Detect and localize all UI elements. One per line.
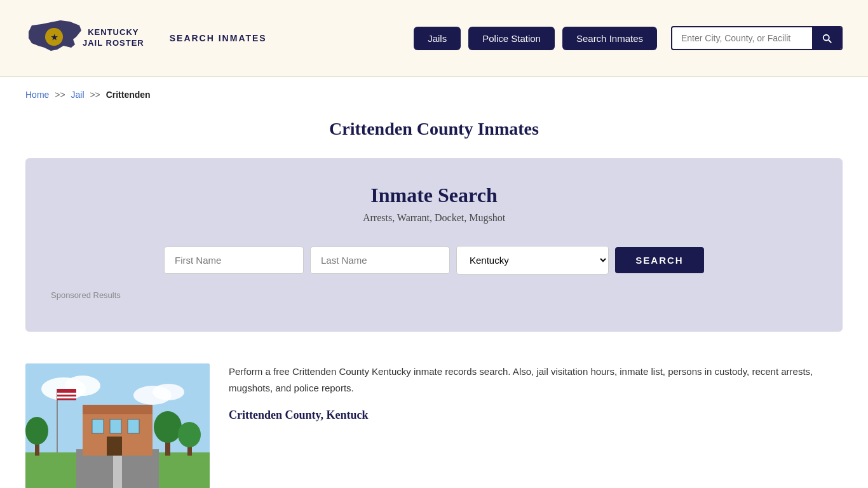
content-subheading: Crittenden County, Kentuck	[229, 405, 843, 425]
nav-jails-button[interactable]: Jails	[414, 27, 461, 50]
breadcrumb-sep-2: >>	[90, 90, 100, 100]
inmate-search-subtitle: Arrests, Warrant, Docket, Mugshot	[51, 212, 817, 224]
svg-rect-13	[110, 419, 121, 433]
logo-image: ★	[25, 13, 76, 64]
breadcrumb-home[interactable]: Home	[25, 90, 49, 100]
header-search-bar	[671, 26, 843, 50]
svg-point-23	[178, 422, 201, 447]
content-area: Perform a free Crittenden County Kentuck…	[0, 351, 868, 488]
svg-point-6	[153, 384, 184, 400]
page-title: Crittenden County Inmates	[25, 119, 843, 139]
site-title: SEARCH INMATES	[170, 33, 267, 43]
breadcrumb-current: Crittenden	[106, 90, 151, 100]
svg-rect-15	[107, 437, 122, 456]
logo-text: KENTUCKY JAIL ROSTER	[83, 27, 144, 49]
svg-rect-14	[128, 419, 139, 433]
search-submit-button[interactable]: SEARCH	[615, 247, 704, 273]
svg-point-21	[154, 411, 182, 443]
page-title-area: Crittenden County Inmates	[0, 106, 868, 158]
svg-text:★: ★	[51, 33, 58, 42]
last-name-input[interactable]	[310, 247, 450, 274]
search-icon	[821, 32, 832, 44]
inmate-search-box: Inmate Search Arrests, Warrant, Docket, …	[25, 158, 843, 332]
svg-rect-12	[92, 419, 104, 433]
breadcrumb-sep-1: >>	[55, 90, 65, 100]
sponsored-label: Sponsored Results	[51, 290, 817, 300]
logo-link[interactable]: ★ KENTUCKY JAIL ROSTER	[25, 13, 144, 64]
header-search-input[interactable]	[672, 28, 812, 48]
svg-rect-19	[57, 396, 76, 398]
inmate-search-form: AlabamaAlaskaArizonaArkansasCaliforniaCo…	[51, 246, 817, 274]
state-select[interactable]: AlabamaAlaskaArizonaArkansasCaliforniaCo…	[456, 246, 609, 274]
content-text: Perform a free Crittenden County Kentuck…	[229, 363, 843, 425]
breadcrumb: Home >> Jail >> Crittenden	[0, 77, 868, 106]
svg-rect-11	[83, 405, 153, 414]
svg-rect-18	[57, 393, 76, 395]
county-image	[25, 363, 210, 488]
svg-point-25	[25, 417, 48, 445]
nav-search-inmates-button[interactable]: Search Inmates	[562, 27, 657, 50]
first-name-input[interactable]	[164, 247, 304, 274]
content-description: Perform a free Crittenden County Kentuck…	[229, 363, 843, 396]
inmate-search-title: Inmate Search	[51, 184, 817, 207]
nav-police-station-button[interactable]: Police Station	[468, 27, 555, 50]
site-header: ★ KENTUCKY JAIL ROSTER SEARCH INMATES Ja…	[0, 0, 868, 77]
main-nav: Jails Police Station Search Inmates	[414, 26, 843, 50]
header-search-button[interactable]	[812, 27, 841, 49]
breadcrumb-jail[interactable]: Jail	[71, 90, 85, 100]
